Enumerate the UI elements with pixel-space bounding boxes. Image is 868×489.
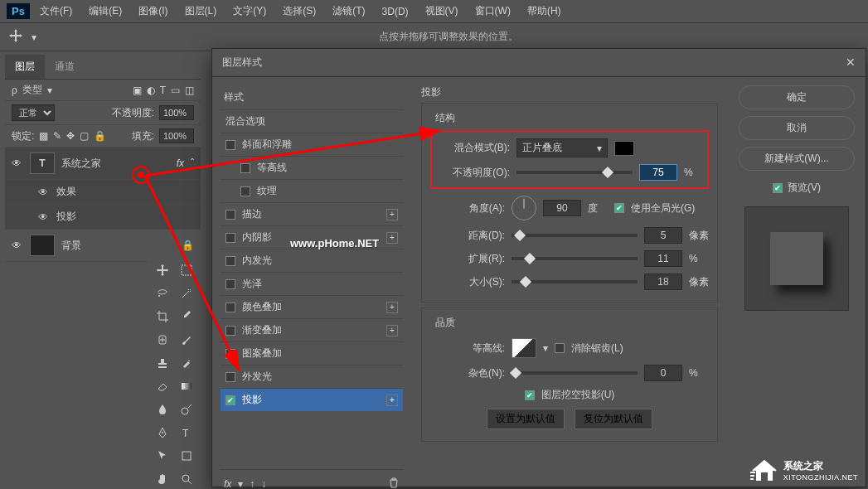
trash-icon[interactable] xyxy=(388,477,400,489)
angle-dial[interactable] xyxy=(512,196,536,220)
visibility-icon[interactable]: 👁 xyxy=(12,240,23,251)
add-icon[interactable]: + xyxy=(386,232,398,244)
lock-move-icon[interactable]: ✥ xyxy=(66,130,75,142)
arrow-down-icon[interactable]: ↓ xyxy=(261,478,266,490)
color-picker[interactable] xyxy=(614,141,634,156)
menu-view[interactable]: 视图(V) xyxy=(419,1,465,22)
style-inner-glow[interactable]: 内发光 xyxy=(221,249,403,272)
filter-type[interactable]: 类型 xyxy=(22,83,42,97)
blend-mode-select[interactable]: 正片叠底 ▾ xyxy=(516,138,608,157)
global-light-checkbox[interactable]: ✔ xyxy=(614,203,624,213)
checkbox[interactable] xyxy=(225,256,235,266)
distance-input[interactable] xyxy=(644,227,682,244)
lock-artboard-icon[interactable]: ▢ xyxy=(80,130,89,142)
menu-image[interactable]: 图像(I) xyxy=(132,1,174,22)
chevron-down-icon[interactable]: ▾ xyxy=(47,85,52,96)
menu-type[interactable]: 文字(Y) xyxy=(226,1,273,22)
checkbox[interactable] xyxy=(225,372,235,382)
size-input[interactable] xyxy=(644,274,682,290)
crop-tool-icon[interactable] xyxy=(153,307,172,327)
layer-effect-dropshadow[interactable]: 👁 投影 xyxy=(5,205,201,230)
checkbox[interactable] xyxy=(225,233,235,243)
visibility-icon[interactable]: 👁 xyxy=(12,157,23,169)
style-pattern-overlay[interactable]: 图案叠加 xyxy=(221,341,403,365)
visibility-icon[interactable]: 👁 xyxy=(38,186,50,198)
menu-help[interactable]: 帮助(H) xyxy=(521,1,568,22)
lock-pixels-icon[interactable]: ▩ xyxy=(39,130,48,142)
style-satin[interactable]: 光泽 xyxy=(221,272,403,295)
layer-item-text[interactable]: 👁 T 系统之家 fx ˆ xyxy=(5,148,201,180)
brush-tool-icon[interactable] xyxy=(177,330,196,350)
fill-input[interactable] xyxy=(159,128,194,143)
cancel-button[interactable]: 取消 xyxy=(739,116,855,140)
add-icon[interactable]: + xyxy=(386,395,398,406)
hand-tool-icon[interactable] xyxy=(153,469,172,489)
add-icon[interactable]: + xyxy=(386,209,398,220)
close-icon[interactable]: ✕ xyxy=(846,56,856,70)
add-icon[interactable]: + xyxy=(386,302,398,313)
tab-layers[interactable]: 图层 xyxy=(5,55,45,79)
checkbox[interactable]: ✔ xyxy=(225,395,235,405)
add-icon[interactable]: + xyxy=(386,325,398,336)
tab-channels[interactable]: 通道 xyxy=(45,55,85,79)
style-bevel[interactable]: 斜面和浮雕 xyxy=(221,133,403,156)
style-drop-shadow[interactable]: ✔投影+ xyxy=(221,388,403,411)
visibility-icon[interactable]: 👁 xyxy=(38,211,50,223)
arrow-up-icon[interactable]: ↑ xyxy=(250,478,255,490)
checkbox[interactable] xyxy=(225,279,235,289)
marquee-tool-icon[interactable] xyxy=(177,260,196,280)
wand-tool-icon[interactable] xyxy=(177,283,196,303)
heal-tool-icon[interactable] xyxy=(153,330,172,350)
menu-3d[interactable]: 3D(D) xyxy=(376,2,415,21)
filter-shape-icon[interactable]: ▭ xyxy=(171,85,180,96)
style-outer-glow[interactable]: 外发光 xyxy=(221,365,403,388)
knockout-checkbox[interactable]: ✔ xyxy=(525,390,535,400)
filter-smart-icon[interactable]: ◫ xyxy=(185,85,194,96)
lasso-tool-icon[interactable] xyxy=(153,283,172,303)
path-select-icon[interactable] xyxy=(153,446,172,466)
checkbox[interactable] xyxy=(240,163,250,173)
noise-input[interactable] xyxy=(644,365,682,381)
filter-adjust-icon[interactable]: ◐ xyxy=(147,85,155,96)
blending-options[interactable]: 混合选项 xyxy=(221,109,403,133)
style-gradient-overlay[interactable]: 渐变叠加+ xyxy=(221,318,403,341)
antialias-checkbox[interactable] xyxy=(555,343,565,353)
zoom-tool-icon[interactable] xyxy=(177,469,196,489)
menu-layer[interactable]: 图层(L) xyxy=(178,1,224,22)
move-tool-icon[interactable] xyxy=(153,260,172,280)
spread-input[interactable] xyxy=(644,250,682,267)
distance-slider[interactable] xyxy=(512,234,638,237)
menu-edit[interactable]: 编辑(E) xyxy=(82,1,129,22)
opacity-input[interactable] xyxy=(639,164,677,181)
menu-filter[interactable]: 滤镜(T) xyxy=(326,1,371,22)
filter-type-icon[interactable]: T xyxy=(160,85,166,96)
noise-slider[interactable] xyxy=(512,371,638,375)
filter-image-icon[interactable]: ▣ xyxy=(133,85,142,96)
chevron-down-icon[interactable]: ▾ xyxy=(543,342,548,354)
blur-tool-icon[interactable] xyxy=(153,399,172,419)
fx-badge[interactable]: fx xyxy=(177,157,184,169)
shape-tool-icon[interactable] xyxy=(177,446,196,466)
ok-button[interactable]: 确定 xyxy=(739,85,855,109)
lock-all-icon[interactable]: 🔒 xyxy=(94,130,106,142)
fx-menu-icon[interactable]: fx xyxy=(224,478,231,490)
opacity-slider[interactable] xyxy=(516,171,633,174)
style-color-overlay[interactable]: 颜色叠加+ xyxy=(221,295,403,318)
contour-picker[interactable] xyxy=(512,338,536,358)
menu-select[interactable]: 选择(S) xyxy=(276,1,322,22)
dodge-tool-icon[interactable] xyxy=(177,399,196,419)
checkbox[interactable] xyxy=(240,186,250,196)
menu-file[interactable]: 文件(F) xyxy=(33,1,79,22)
text-tool-icon[interactable]: T xyxy=(177,423,196,443)
preview-checkbox[interactable]: ✔ xyxy=(773,183,783,193)
checkbox[interactable] xyxy=(225,349,235,359)
eraser-tool-icon[interactable] xyxy=(153,376,172,396)
checkbox[interactable] xyxy=(225,140,235,150)
blend-mode-select[interactable]: 正常 xyxy=(12,104,55,121)
pen-tool-icon[interactable] xyxy=(153,423,172,443)
chevron-icon[interactable]: ˆ xyxy=(191,157,194,169)
chevron-down-icon[interactable]: ▾ xyxy=(238,478,243,490)
checkbox[interactable] xyxy=(225,210,235,220)
spread-slider[interactable] xyxy=(512,257,638,260)
move-tool-icon[interactable] xyxy=(8,28,23,46)
